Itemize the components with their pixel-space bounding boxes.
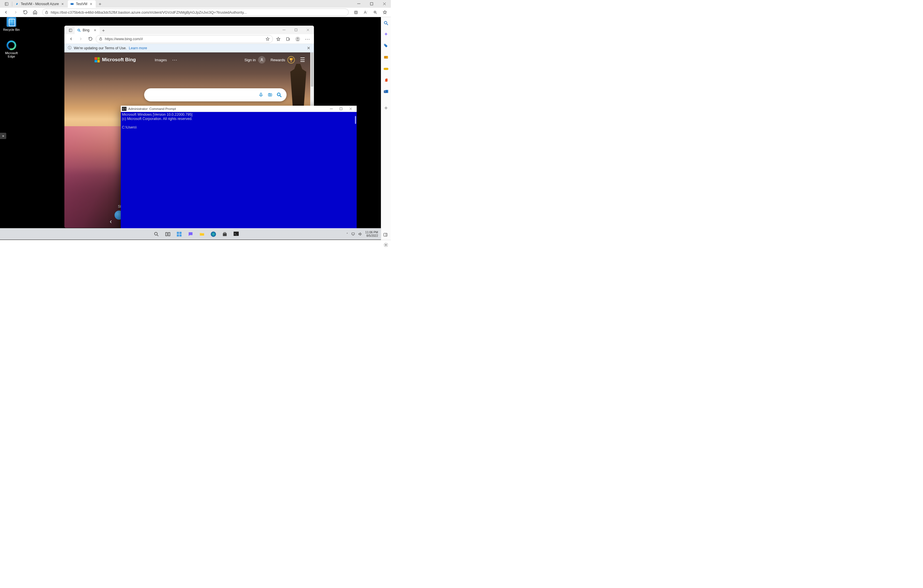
taskbar-search[interactable] <box>153 230 160 238</box>
taskbar-cmd[interactable]: >_ <box>232 230 240 238</box>
image-search-icon[interactable] <box>266 90 274 99</box>
desktop-edge[interactable]: Microsoft Edge <box>1 41 21 58</box>
sidebar-add-icon[interactable] <box>383 105 389 111</box>
inner-address-bar[interactable]: https://www.bing.com/# <box>96 35 273 43</box>
taskbar-edge[interactable] <box>209 230 217 238</box>
nav-more[interactable]: ⋯ <box>172 57 177 63</box>
svg-point-15 <box>384 21 387 24</box>
inner-tab-bing[interactable]: Bing ✕ <box>75 26 100 34</box>
app-mode-button[interactable] <box>351 8 360 16</box>
banner-text: We're updating our Terms of Use. <box>74 46 126 50</box>
cmd-window: C:\ Administrator: Command Prompt Micros… <box>121 106 356 229</box>
sidebar-toggle-icon[interactable] <box>382 232 389 238</box>
tab-bastion-close[interactable]: ✕ <box>89 2 93 6</box>
inner-forward-button[interactable] <box>76 35 85 43</box>
avatar-icon <box>258 56 266 64</box>
microsoft-bing-logo[interactable]: Microsoft Bing <box>95 57 136 63</box>
inner-collections-button[interactable] <box>284 35 292 43</box>
svg-rect-27 <box>69 29 72 32</box>
bastion-viewport[interactable]: » Recycle Bin Microsoft Edge Bing ✕ <box>0 17 381 240</box>
recycle-bin-icon <box>7 17 16 27</box>
sidebar-copilot-icon[interactable] <box>383 31 389 38</box>
svg-rect-52 <box>168 232 170 236</box>
inner-minimize-button[interactable] <box>278 26 290 34</box>
inner-back-button[interactable] <box>67 35 75 43</box>
svg-rect-36 <box>287 37 289 41</box>
tab-bastion[interactable]: TestVM ✕ <box>68 0 96 8</box>
cmd-close-button[interactable] <box>346 106 356 112</box>
svg-rect-25 <box>384 233 387 237</box>
system-tray[interactable]: ˄ 11:06 PM 8/5/2022 <box>347 231 378 237</box>
sign-in[interactable]: Sign in <box>245 56 266 64</box>
address-bar[interactable]: https://bst-c375b4cb-e48d-b6ba3dc52fbf.b… <box>42 8 349 16</box>
cmd-maximize-button[interactable] <box>336 106 346 112</box>
microsoft-logo-icon <box>95 57 100 62</box>
tab-azure[interactable]: TestVM - Microsoft Azure ✕ <box>13 0 67 8</box>
voice-search-icon[interactable] <box>256 90 266 99</box>
start-button[interactable] <box>141 230 149 238</box>
inner-favorites-button[interactable] <box>274 35 282 43</box>
svg-rect-56 <box>179 234 181 236</box>
new-tab-button[interactable]: ＋ <box>96 0 104 8</box>
search-submit-icon[interactable] <box>274 90 284 99</box>
bing-search-bar[interactable] <box>144 88 287 102</box>
home-button[interactable] <box>31 8 39 16</box>
svg-line-16 <box>387 24 388 25</box>
inner-profile-button[interactable] <box>294 35 302 43</box>
hero-prev-button[interactable]: ‹ <box>106 217 116 227</box>
task-view[interactable] <box>164 230 172 238</box>
scrollbar-thumb[interactable] <box>311 53 314 87</box>
inner-tab-actions-button[interactable] <box>66 26 75 34</box>
banner-link[interactable]: Learn more <box>129 46 147 50</box>
maximize-button[interactable] <box>365 0 378 8</box>
cmd-titlebar[interactable]: C:\ Administrator: Command Prompt <box>121 106 356 112</box>
sidebar-shopping-icon[interactable] <box>383 43 389 49</box>
inner-close-button[interactable] <box>302 26 314 34</box>
nav-images[interactable]: Images <box>155 58 167 62</box>
minimize-button[interactable] <box>352 0 365 8</box>
rewards[interactable]: Rewards 🏆 <box>271 56 295 64</box>
forward-button[interactable] <box>11 8 20 16</box>
banner-close[interactable]: ✕ <box>307 46 310 51</box>
tray-chevron-icon[interactable]: ˄ <box>347 232 348 236</box>
clock-date: 8/5/2022 <box>366 234 378 237</box>
sidebar-outlook-icon[interactable]: O <box>383 88 389 95</box>
favorite-button[interactable] <box>381 8 389 16</box>
cmd-body[interactable]: Microsoft Windows [Version 10.0.22000.79… <box>121 112 356 229</box>
cmd-minimize-button[interactable] <box>327 106 336 112</box>
back-button[interactable] <box>2 8 10 16</box>
chat-button[interactable] <box>187 230 195 238</box>
inner-refresh-button[interactable] <box>86 35 95 43</box>
taskbar-store[interactable] <box>221 230 229 238</box>
sidebar-wallet-icon[interactable] <box>383 54 389 61</box>
clock[interactable]: 11:06 PM 8/5/2022 <box>365 231 378 237</box>
sidebar-games-icon[interactable] <box>383 66 389 72</box>
settings-gear-icon[interactable] <box>383 242 389 248</box>
cmd-scrollbar-thumb[interactable] <box>355 116 356 124</box>
inner-menu-button[interactable]: ⋯ <box>303 35 312 43</box>
sidebar-search-icon[interactable] <box>383 20 389 26</box>
tab-azure-close[interactable]: ✕ <box>61 2 64 6</box>
close-button[interactable] <box>378 0 391 8</box>
tab-actions-button[interactable] <box>2 0 11 8</box>
file-explorer[interactable] <box>198 230 206 238</box>
taskbar-center: >_ <box>141 230 240 238</box>
inner-tab-close[interactable]: ✕ <box>93 28 97 32</box>
inner-favorite-icon[interactable] <box>266 37 270 41</box>
cmd-scrollbar[interactable] <box>353 112 356 229</box>
read-aloud-button[interactable]: A⁾ <box>361 8 370 16</box>
zoom-button[interactable] <box>371 8 379 16</box>
svg-point-49 <box>154 232 157 235</box>
svg-point-57 <box>210 231 216 237</box>
tray-sound-icon[interactable] <box>358 232 362 236</box>
refresh-button[interactable] <box>21 8 30 16</box>
tray-display-icon[interactable] <box>351 232 355 236</box>
widgets-button[interactable] <box>175 230 183 238</box>
desktop-recycle-bin[interactable]: Recycle Bin <box>1 17 21 31</box>
inner-new-tab-button[interactable]: ＋ <box>100 27 107 34</box>
inner-maximize-button[interactable] <box>290 26 302 34</box>
cmd-line2: (c) Microsoft Corporation. All rights re… <box>122 117 192 121</box>
hero-hamburger[interactable]: ☰ <box>300 56 305 63</box>
bastion-pull-tab[interactable]: » <box>0 133 6 139</box>
sidebar-office-icon[interactable] <box>383 77 389 83</box>
